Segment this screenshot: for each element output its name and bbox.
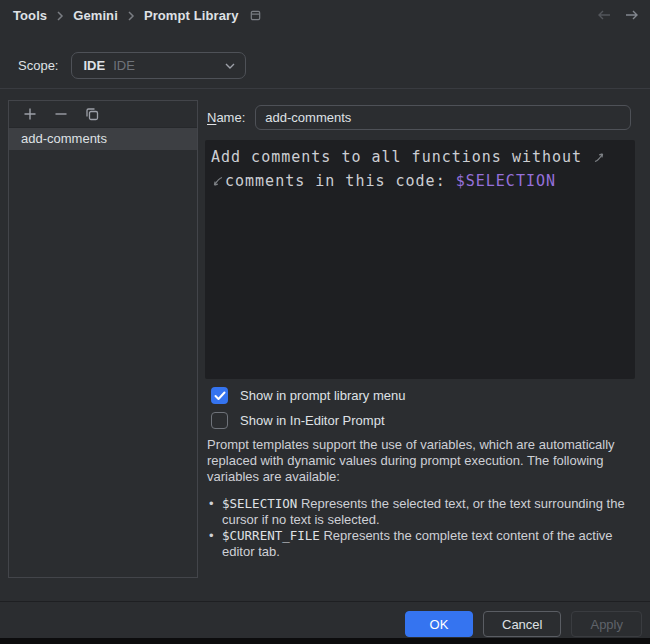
prompt-list-panel: add-comments [8,100,198,578]
variable-item-selection: $SELECTION Represents the selected text,… [209,496,643,528]
scope-label: Scope: [18,58,58,73]
chevron-down-icon [224,58,236,73]
scope-row: Scope: IDE IDE [18,52,246,79]
prompt-text-editor[interactable]: Add comments to all functions without co… [205,140,635,379]
add-prompt-button[interactable] [19,103,41,125]
breadcrumb-item-gemini[interactable]: Gemini [73,8,118,23]
soft-wrap-end-icon [593,151,605,164]
remove-prompt-button[interactable] [50,103,72,125]
selection-variable-token: $SELECTION [456,172,556,190]
editor-line: comments in this code: $SELECTION [211,169,629,193]
scope-hint: IDE [113,58,224,73]
checkbox-checked-icon[interactable] [211,387,228,404]
variable-item-current-file: $CURRENT_FILE Represents the complete te… [209,528,643,560]
copy-icon[interactable] [249,9,262,22]
name-field[interactable]: add-comments [255,105,631,130]
checkbox-show-in-prompt-library-menu[interactable]: Show in prompt library menu [211,387,405,404]
breadcrumb: Tools Gemini Prompt Library [13,8,262,23]
variable-name: $SELECTION [222,496,297,511]
breadcrumb-item-tools[interactable]: Tools [13,8,47,23]
name-label: Name: [207,110,245,125]
scope-select[interactable]: IDE IDE [71,52,246,79]
footer-divider [0,601,650,602]
checkbox-label: Show in prompt library menu [240,388,405,403]
forward-arrow-icon[interactable] [624,8,640,22]
variables-list: $SELECTION Represents the selected text,… [209,496,643,560]
apply-button[interactable]: Apply [571,611,642,637]
ok-button[interactable]: OK [405,611,473,637]
variables-description: Prompt templates support the use of vari… [207,437,644,485]
name-row: Name: add-comments [207,105,631,130]
soft-wrap-start-icon [212,175,224,188]
prompt-list: add-comments [9,128,197,150]
scope-divider [0,88,650,89]
breadcrumb-bar: Tools Gemini Prompt Library [0,0,650,34]
checkbox-unchecked-icon[interactable] [211,412,228,429]
history-nav [596,8,640,22]
breadcrumb-item-prompt-library: Prompt Library [144,8,239,23]
chevron-right-icon [127,11,135,21]
checkbox-show-in-in-editor-prompt[interactable]: Show in In-Editor Prompt [211,412,385,429]
list-toolbar [9,101,197,128]
scope-selected-value: IDE [83,58,105,73]
duplicate-prompt-button[interactable] [81,103,103,125]
footer-buttons: OK Cancel Apply [0,611,642,637]
settings-prompt-library-page: Tools Gemini Prompt Library [0,0,650,644]
chevron-right-icon [56,11,64,21]
cancel-button[interactable]: Cancel [483,611,561,637]
window-bottom-edge [0,638,650,644]
editor-line: Add comments to all functions without [211,145,629,169]
variable-name: $CURRENT_FILE [222,528,320,543]
back-arrow-icon[interactable] [596,8,612,22]
list-item[interactable]: add-comments [9,128,197,150]
checkbox-label: Show in In-Editor Prompt [240,413,385,428]
